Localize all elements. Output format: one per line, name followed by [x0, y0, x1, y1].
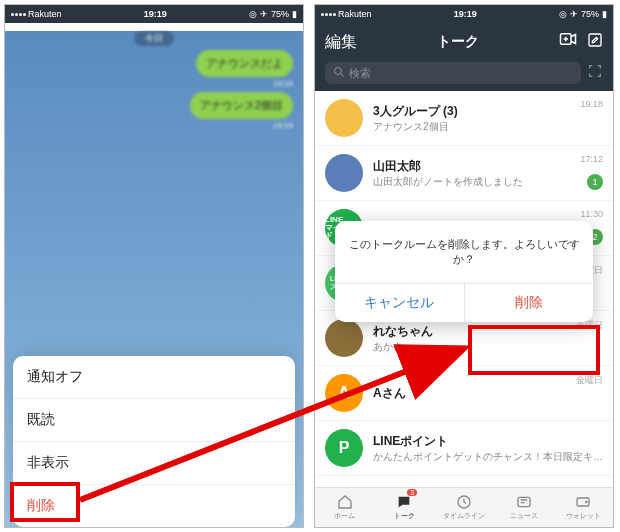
- tab-bar: ホーム トーク3 タイムライン ニュース ウォレット: [315, 487, 613, 527]
- scan-icon[interactable]: [587, 63, 603, 83]
- message-bubble[interactable]: アナウンスだよ: [196, 50, 293, 77]
- message-time: 19:18: [5, 121, 293, 130]
- search-icon: [333, 66, 345, 80]
- phone-right: Rakuten 19:19 ◎✈75%▮ 編集 トーク 検索 3人グループ (3…: [314, 4, 614, 528]
- carrier-label: Rakuten: [28, 9, 62, 19]
- edit-button[interactable]: 編集: [325, 32, 357, 53]
- chat-list[interactable]: 3人グループ (3)アナウンス2個目19:18 山田太郎山田太郎がノートを作成し…: [315, 91, 613, 487]
- unread-badge: 1: [587, 174, 603, 190]
- message-bubble[interactable]: アナウンス2個目: [190, 92, 293, 119]
- talk-icon: [396, 494, 412, 510]
- tab-news[interactable]: ニュース: [494, 488, 554, 527]
- tab-talk[interactable]: トーク3: [375, 488, 435, 527]
- status-bar: Rakuten 19:19 ◎✈75%▮: [315, 5, 613, 23]
- compose-icon[interactable]: [587, 32, 603, 52]
- highlight-sheet-delete: [10, 482, 80, 522]
- avatar: [325, 154, 363, 192]
- avatar: [325, 99, 363, 137]
- svg-point-7: [335, 68, 342, 75]
- chat-row[interactable]: 山田太郎山田太郎がノートを作成しました17:121: [315, 146, 613, 201]
- wallet-icon: [575, 494, 591, 510]
- avatar: P: [325, 429, 363, 467]
- tab-wallet[interactable]: ウォレット: [553, 488, 613, 527]
- tab-badge: 3: [407, 489, 417, 496]
- highlight-dialog-delete: [468, 325, 600, 375]
- status-time: 19:19: [62, 9, 249, 19]
- tab-timeline[interactable]: タイムライン: [434, 488, 494, 527]
- date-pill: 今日: [134, 31, 174, 46]
- nav-bar: 編集 トーク: [315, 23, 613, 61]
- timeline-icon: [456, 494, 472, 510]
- avatar: LINEマイカード: [325, 209, 363, 247]
- phone-left: Rakuten 19:19 ◎✈75%▮ 今日 アナウンスだよ 19:18 アナ…: [4, 4, 304, 528]
- unread-badge: 2: [587, 229, 603, 245]
- chat-row[interactable]: LINEマイカードLINEマイカード11:302: [315, 201, 613, 256]
- location-icon: ◎: [249, 9, 257, 19]
- news-icon: [516, 494, 532, 510]
- search-input[interactable]: 検索: [325, 62, 581, 84]
- nav-title: トーク: [357, 33, 559, 51]
- battery-icon: ▮: [292, 9, 297, 19]
- avatar: A: [325, 374, 363, 412]
- chat-row[interactable]: PLINEポイントかんたんポイントゲットのチャンス！本日限定キャンペーンに参加し…: [315, 421, 613, 476]
- status-bar: Rakuten 19:19 ◎✈75%▮: [5, 5, 303, 23]
- chat-area: 今日 アナウンスだよ 19:18 アナウンス2個目 19:18 Aa 通知オフ …: [5, 31, 303, 528]
- message-time: 19:18: [5, 79, 293, 88]
- chat-row[interactable]: 3人グループ (3)アナウンス2個目19:18: [315, 91, 613, 146]
- sheet-read[interactable]: 既読: [13, 399, 295, 442]
- sheet-hide[interactable]: 非表示: [13, 442, 295, 485]
- home-icon: [337, 494, 353, 510]
- send-icon: ✈: [260, 9, 268, 19]
- avatar: LINEスタンプ: [325, 264, 363, 302]
- battery-label: 75%: [271, 9, 289, 19]
- svg-point-11: [586, 501, 587, 502]
- svg-rect-6: [589, 34, 601, 46]
- avatar: [325, 319, 363, 357]
- video-add-icon[interactable]: [559, 32, 577, 52]
- tab-home[interactable]: ホーム: [315, 488, 375, 527]
- chat-row[interactable]: LINEスタンプ金曜日: [315, 256, 613, 311]
- sheet-mute[interactable]: 通知オフ: [13, 356, 295, 399]
- search-bar: 検索: [315, 61, 613, 91]
